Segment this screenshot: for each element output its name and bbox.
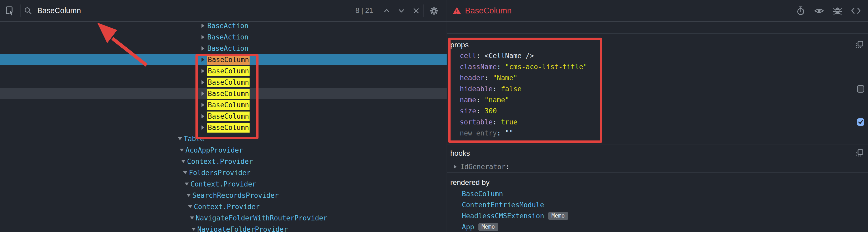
component-name: BaseColumn bbox=[207, 56, 250, 64]
owner-link[interactable]: BaseColumn bbox=[462, 190, 503, 198]
prop-value[interactable]: "Name" bbox=[493, 74, 518, 82]
prop-value[interactable]: <CellName /> bbox=[485, 52, 534, 60]
prop-colon: : bbox=[497, 63, 501, 71]
tree-row[interactable]: BaseAction bbox=[0, 42, 446, 54]
prop-row[interactable]: sortable:true bbox=[447, 117, 868, 127]
tree-row[interactable]: BaseAction bbox=[0, 22, 446, 31]
tree-row[interactable]: Context.Provider bbox=[0, 201, 446, 212]
chevron-down-icon[interactable] bbox=[180, 149, 184, 151]
chevron-right-icon[interactable] bbox=[202, 24, 205, 28]
owner-row[interactable]: BaseColumn bbox=[447, 188, 868, 199]
clear-search-icon[interactable] bbox=[409, 3, 424, 18]
tree-row[interactable]: BaseColumn bbox=[0, 65, 446, 77]
prop-row[interactable]: cell:<CellName /> bbox=[447, 50, 868, 61]
chevron-right-icon[interactable] bbox=[202, 69, 205, 73]
chevron-down-icon[interactable] bbox=[183, 171, 187, 174]
view-source-code-icon[interactable] bbox=[848, 3, 863, 18]
chevron-down-icon[interactable] bbox=[187, 194, 191, 197]
tree-row[interactable]: BaseColumn bbox=[0, 111, 446, 122]
component-name: NavigateFolderWithRouterProvider bbox=[196, 214, 327, 222]
prop-colon: : bbox=[476, 52, 480, 60]
prop-row[interactable]: hideable:false bbox=[447, 83, 868, 94]
chevron-down-icon[interactable] bbox=[191, 228, 196, 231]
prop-colon: : bbox=[493, 85, 497, 93]
copy-hooks-icon[interactable] bbox=[856, 149, 864, 157]
chevron-right-icon[interactable] bbox=[202, 58, 205, 62]
owner-row[interactable]: ContentEntriesModule bbox=[447, 199, 868, 210]
tree-row[interactable]: BaseColumn bbox=[0, 122, 446, 133]
chevron-right-icon[interactable] bbox=[202, 91, 205, 96]
props-section: props cell:<CellName />className:"cms-ac… bbox=[447, 34, 868, 144]
next-result-icon[interactable] bbox=[394, 3, 409, 18]
log-data-bug-icon[interactable] bbox=[830, 3, 845, 18]
search-input[interactable]: BaseColumn bbox=[37, 6, 81, 15]
tree-row[interactable]: AcoAppProvider bbox=[0, 144, 446, 156]
chevron-down-icon[interactable] bbox=[181, 160, 185, 163]
owner-link[interactable]: App bbox=[462, 223, 474, 231]
component-name: BaseColumn bbox=[207, 67, 250, 75]
prop-row[interactable]: className:"cms-aco-list-title" bbox=[447, 61, 868, 72]
chevron-down-icon[interactable] bbox=[188, 205, 192, 208]
inspected-element-panel: BaseColumn bbox=[447, 0, 868, 232]
search-icon bbox=[24, 6, 33, 15]
owner-row[interactable]: HeadlessCMSExtensionMemo bbox=[447, 210, 868, 222]
tree-row[interactable]: Context.Provider bbox=[0, 156, 446, 167]
inspect-dom-eye-icon[interactable] bbox=[812, 3, 827, 18]
tree-row[interactable]: FoldersProvider bbox=[0, 167, 446, 178]
chevron-right-icon[interactable] bbox=[202, 46, 205, 51]
tree-row[interactable]: BaseColumn bbox=[0, 99, 446, 111]
tree-row[interactable]: BaseColumn bbox=[0, 54, 446, 65]
search-match-highlight: BaseColumn bbox=[207, 55, 250, 65]
search-match-highlight: BaseColumn bbox=[207, 89, 250, 99]
chevron-right-icon[interactable] bbox=[202, 35, 205, 39]
prop-row[interactable]: name:"name" bbox=[447, 94, 868, 106]
owner-link[interactable]: HeadlessCMSExtension bbox=[462, 212, 544, 220]
prop-value[interactable]: false bbox=[501, 85, 522, 93]
tree-row[interactable]: NavigateFolderProvider bbox=[0, 224, 446, 232]
chevron-down-icon[interactable] bbox=[190, 216, 194, 220]
prop-row[interactable]: size:300 bbox=[447, 106, 868, 117]
toolbar-divider bbox=[424, 4, 424, 17]
tree-row[interactable]: SearchRecordsProvider bbox=[0, 190, 446, 201]
prop-row[interactable]: new entry:"" bbox=[447, 127, 868, 139]
memo-badge: Memo bbox=[548, 212, 568, 220]
prop-value[interactable]: true bbox=[501, 118, 518, 126]
tree-row[interactable]: BaseColumn bbox=[0, 77, 446, 88]
tree-row[interactable]: Table bbox=[0, 133, 446, 144]
component-name: SearchRecordsProvider bbox=[192, 192, 279, 199]
chevron-right-icon[interactable] bbox=[202, 80, 205, 84]
unchecked-checkbox[interactable] bbox=[857, 85, 864, 93]
copy-props-icon[interactable] bbox=[856, 40, 864, 49]
tree-row[interactable]: BaseAction bbox=[0, 31, 446, 42]
prop-value[interactable]: "name" bbox=[485, 96, 509, 104]
component-name: AcoAppProvider bbox=[185, 146, 243, 154]
owner-row[interactable]: AppMemo bbox=[447, 222, 868, 232]
prop-value[interactable]: "" bbox=[505, 129, 513, 137]
tree-row[interactable]: Context.Provider bbox=[0, 178, 446, 190]
stopwatch-profiler-icon[interactable] bbox=[794, 3, 808, 18]
props-section-label: props bbox=[450, 41, 469, 49]
chevron-right-icon[interactable] bbox=[202, 114, 205, 118]
component-tree: BaseActionBaseActionBaseActionBaseColumn… bbox=[0, 22, 446, 232]
search-results-counter: 8 | 21 bbox=[355, 7, 373, 15]
chevron-down-icon[interactable] bbox=[185, 182, 189, 185]
chevron-right-icon[interactable] bbox=[454, 165, 457, 169]
prop-value[interactable]: "cms-aco-list-title" bbox=[505, 63, 587, 71]
component-name: Context.Provider bbox=[194, 203, 259, 211]
previous-result-icon[interactable] bbox=[379, 3, 394, 18]
tree-row[interactable]: NavigateFolderWithRouterProvider bbox=[0, 212, 446, 224]
checked-checkbox[interactable] bbox=[857, 118, 864, 126]
tree-row[interactable]: BaseColumn bbox=[0, 88, 446, 99]
hook-row-idgenerator[interactable]: IdGenerator: bbox=[447, 161, 868, 172]
component-name: Context.Provider bbox=[187, 157, 253, 166]
prop-colon: : bbox=[476, 107, 480, 115]
owner-link[interactable]: ContentEntriesModule bbox=[462, 201, 544, 209]
chevron-right-icon[interactable] bbox=[202, 125, 205, 130]
settings-gear-icon[interactable] bbox=[427, 3, 441, 18]
prop-row[interactable]: header:"Name" bbox=[447, 72, 868, 83]
chevron-down-icon[interactable] bbox=[178, 137, 182, 140]
prop-value[interactable]: 300 bbox=[485, 107, 497, 115]
chevron-right-icon[interactable] bbox=[202, 103, 205, 107]
hook-colon: : bbox=[505, 163, 510, 171]
inspect-element-icon[interactable] bbox=[3, 3, 17, 18]
